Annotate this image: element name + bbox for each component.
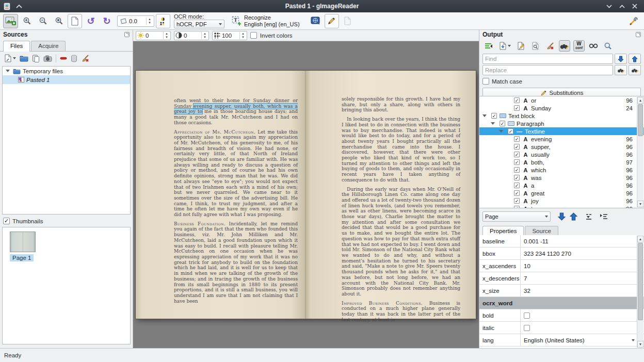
property-value[interactable]: 10	[521, 260, 637, 272]
expander-icon[interactable]	[491, 122, 495, 125]
hocr-tree-row[interactable]: ✓Aa96	[479, 182, 644, 189]
find-next-button[interactable]	[615, 54, 627, 64]
add-file-button[interactable]	[4, 54, 16, 62]
edit-output-toggle-button[interactable]	[325, 14, 339, 28]
selected-textline-highlight[interactable]: evening supper, usually both, which was …	[174, 104, 298, 114]
match-case-checkbox[interactable]	[482, 78, 489, 85]
brightness-spinbox[interactable]: 0 ▲▼	[136, 31, 171, 40]
tab-source[interactable]: Source	[525, 226, 558, 236]
zoom-fit-button[interactable]	[68, 14, 82, 28]
item-checkbox[interactable]: ✓	[514, 152, 520, 157]
hocr-tree-row[interactable]: ✓Agreat96	[479, 189, 644, 197]
zoom-in-button[interactable]	[20, 14, 34, 28]
replace-input[interactable]	[482, 65, 613, 75]
add-images-button[interactable]	[3, 14, 18, 28]
find-replace-toggle-button[interactable]	[559, 40, 570, 52]
image-canvas[interactable]: often went to their home for Sunday dinn…	[133, 41, 479, 348]
rotation-spinbox[interactable]: 0.0 ▲▼	[117, 15, 154, 27]
item-checkbox[interactable]: ✓	[514, 144, 520, 150]
replace-all-button[interactable]	[629, 65, 641, 75]
thumbnail-label[interactable]: Page 1	[10, 254, 34, 261]
collapse-all-button[interactable]	[599, 213, 608, 220]
property-value[interactable]: 32	[521, 285, 637, 297]
detach-icon[interactable]	[124, 32, 130, 37]
item-checkbox[interactable]: ✓	[514, 183, 520, 188]
tab-files[interactable]: Files	[3, 41, 30, 52]
item-checkbox[interactable]: ✓	[514, 105, 520, 111]
item-checkbox[interactable]: ✓	[508, 128, 513, 134]
tab-acquire[interactable]: Acquire	[31, 41, 66, 51]
item-checkbox[interactable]: ✓	[514, 190, 520, 196]
hocr-tree-row[interactable]: ✓Ajoy96	[479, 197, 644, 205]
tree-folder-row[interactable]: Temporary files	[3, 67, 130, 75]
tree-scrollbar[interactable]: ▲ ▼	[637, 97, 643, 207]
close-button[interactable]	[631, 2, 639, 10]
page-thumbnail[interactable]	[10, 232, 36, 252]
navigate-prev-button[interactable]	[570, 212, 577, 221]
detach-icon[interactable]	[636, 32, 641, 37]
item-checkbox[interactable]: ✓	[514, 159, 520, 165]
find-prev-button[interactable]	[629, 54, 641, 64]
item-checkbox[interactable]: ✓	[514, 167, 520, 173]
level-select[interactable]: Page	[482, 211, 551, 222]
remove-source-button[interactable]	[60, 55, 67, 62]
item-checkbox[interactable]: ✓	[514, 198, 520, 204]
hocr-tree-row[interactable]: ✓Asupper,96	[479, 143, 644, 151]
hocr-tree-row[interactable]: ✓Paragraph	[479, 120, 644, 127]
hocr-tree-row[interactable]: ✓—Textline	[479, 127, 644, 135]
rotation-spinner[interactable]: ▲▼	[146, 18, 153, 25]
expander-icon[interactable]	[6, 70, 10, 72]
save-output-button[interactable]	[497, 40, 512, 52]
word-confidence-toggle-button[interactable]: W conf	[573, 40, 585, 52]
insert-mode-button[interactable]	[482, 40, 494, 52]
properties-scrollbar[interactable]: ▲ ▼	[637, 236, 643, 348]
paste-button[interactable]	[32, 54, 40, 62]
rotate-left-button[interactable]: ↺	[84, 14, 98, 28]
item-checkbox[interactable]: ✓	[500, 121, 505, 126]
bold-checkbox[interactable]	[524, 312, 530, 319]
maximize-button[interactable]	[618, 2, 626, 10]
hocr-tree-row[interactable]: ✓Awas96	[479, 174, 644, 182]
shade-icon[interactable]	[16, 4, 22, 8]
clear-output-button[interactable]	[544, 40, 556, 52]
hocr-tree-row[interactable]: ✓Text block	[479, 112, 644, 120]
hocr-tree-row[interactable]: ✓Aboth,97	[479, 158, 644, 166]
join-words-button[interactable]	[588, 40, 599, 52]
hocr-tree-row[interactable]: ✓Awhich96	[479, 166, 644, 174]
property-value[interactable]: 0.001 -11	[521, 235, 637, 247]
delete-source-button[interactable]	[71, 55, 77, 62]
contrast-spinbox[interactable]: 0 ▲▼	[174, 31, 209, 40]
zoom-out-button[interactable]	[36, 14, 50, 28]
item-checkbox[interactable]: ✓	[514, 175, 520, 180]
brightness-spinner[interactable]: ▲▼	[163, 32, 170, 39]
find-input[interactable]	[482, 54, 613, 64]
hocr-tree-row[interactable]: ✓Aevening96	[479, 135, 644, 143]
resolution-spinbox[interactable]: 100 ▲▼	[212, 31, 247, 40]
open-hocr-button[interactable]	[530, 40, 541, 52]
item-checkbox[interactable]: ✓	[514, 206, 520, 208]
export-button[interactable]	[341, 14, 355, 28]
resolution-spinner[interactable]: ▲▼	[239, 32, 246, 39]
expander-icon[interactable]	[482, 114, 487, 117]
hocr-tree-row[interactable]: ✓Ato96	[479, 205, 644, 208]
hocr-tree-row[interactable]: ✓ASunday24	[479, 104, 644, 112]
export-output-button[interactable]	[516, 40, 527, 52]
rotate-right-button[interactable]: ↻	[100, 14, 114, 28]
property-value[interactable]: 323 234 1120 270	[521, 248, 637, 259]
minimize-button[interactable]	[605, 2, 613, 10]
property-value[interactable]: 7	[521, 272, 637, 284]
language-button[interactable]	[309, 14, 323, 28]
lang-select[interactable]: English (United States)	[521, 334, 637, 346]
navigate-next-button[interactable]	[558, 212, 566, 221]
settings-button[interactable]	[626, 14, 641, 28]
ocr-mode-select[interactable]: hOCR, PDF	[174, 20, 224, 28]
open-folder-button[interactable]	[20, 55, 28, 62]
screenshot-button[interactable]	[43, 55, 52, 62]
expand-all-button[interactable]	[586, 213, 595, 220]
replace-button[interactable]	[615, 65, 627, 75]
tree-file-row[interactable]: Pasted 1	[3, 75, 130, 84]
expander-icon[interactable]	[499, 130, 503, 133]
item-checkbox[interactable]: ✓	[491, 113, 497, 119]
zoom-original-button[interactable]	[52, 14, 66, 28]
thumbnails-checkbox[interactable]: ✓	[3, 218, 10, 224]
